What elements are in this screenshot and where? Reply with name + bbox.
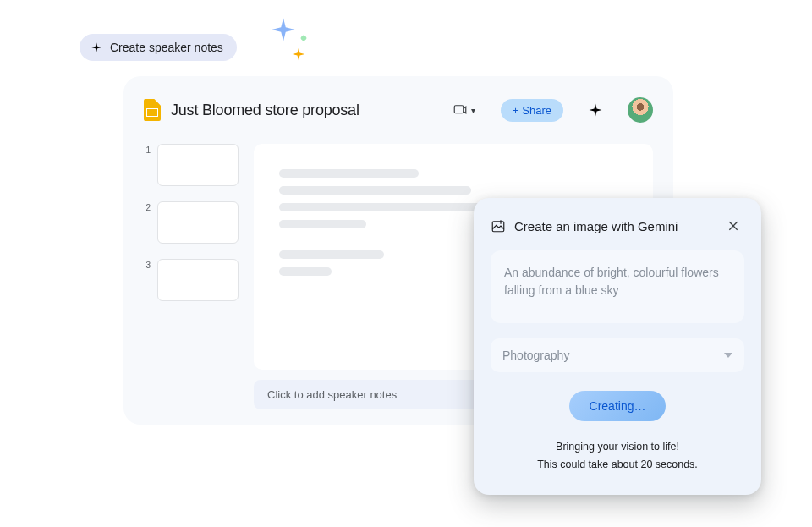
decorative-sparkle-icon [292,47,305,64]
thumbnail-index: 2 [144,201,151,212]
decorative-sparkle-icon [271,17,296,46]
image-prompt-input[interactable]: An abundance of bright, colourful flower… [491,250,744,323]
titlebar: Just Bloomed store proposal ▾ + Share [144,95,653,125]
present-button[interactable]: ▾ [447,99,480,121]
thumbnail-row[interactable]: 1 [144,144,239,186]
status-line: This could take about 20 seconds. [491,456,744,474]
placeholder-line [279,220,366,228]
style-select-value: Photography [502,349,569,362]
style-select[interactable]: Photography [491,338,744,372]
create-image-icon [491,218,506,233]
sparkle-icon [90,41,103,54]
placeholder-line [279,169,419,178]
placeholder-line [279,186,471,195]
status-text: Bringing your vision to life! This could… [491,438,744,475]
placeholder-line [279,203,488,211]
thumbnail-index: 1 [144,144,151,155]
thumbnail-index: 3 [144,259,151,270]
thumbnail[interactable] [157,144,239,186]
slides-logo-icon [144,99,161,121]
thumbnail-row[interactable]: 3 [144,259,239,301]
gemini-button[interactable] [585,100,606,120]
close-button[interactable] [722,215,744,237]
avatar[interactable] [628,97,653,123]
thumbnail-rail: 1 2 3 [144,144,239,425]
share-button[interactable]: + Share [501,99,563,122]
document-title[interactable]: Just Bloomed store proposal [171,102,437,119]
thumbnail[interactable] [157,259,239,301]
chevron-down-icon: ▾ [471,106,475,115]
share-button-label: Share [522,104,551,117]
panel-header: Create an image with Gemini [491,215,744,237]
thumbnail[interactable] [157,201,239,244]
panel-title: Create an image with Gemini [514,219,714,233]
svg-rect-0 [454,106,464,113]
thumbnail-row[interactable]: 2 [144,201,239,244]
placeholder-line [279,250,384,259]
placeholder-line [279,267,332,276]
creating-button[interactable]: Creating… [569,391,667,421]
chevron-down-icon [724,353,732,358]
suggestion-chip-speaker-notes[interactable]: Create speaker notes [80,34,237,61]
gemini-create-image-panel: Create an image with Gemini An abundance… [474,198,761,495]
decorative-dot [300,35,307,41]
suggestion-chip-label: Create speaker notes [110,41,223,54]
status-line: Bringing your vision to life! [491,438,744,456]
plus-icon: + [513,104,519,117]
